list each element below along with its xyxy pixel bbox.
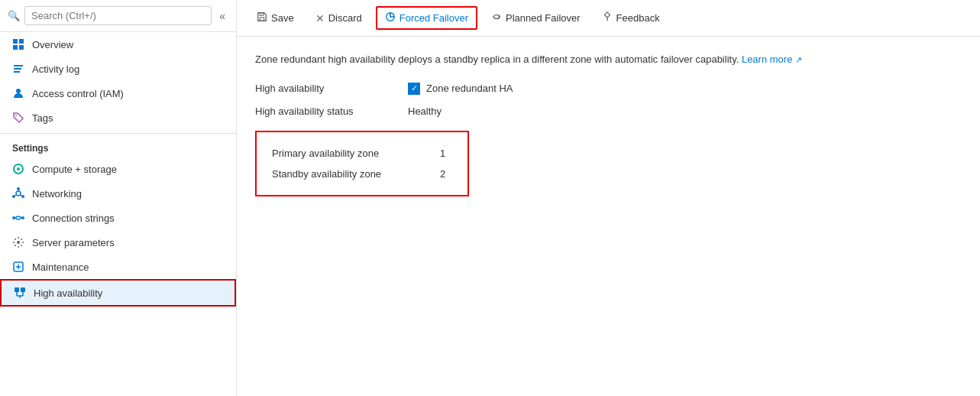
svg-rect-24 — [15, 287, 19, 292]
standby-zone-value: 2 — [440, 168, 445, 180]
planned-failover-icon — [491, 11, 502, 24]
main-content: Save ✕ Discard Forced Failover Planned F… — [237, 0, 980, 396]
sidebar-item-label-iam: Access control (IAM) — [32, 88, 124, 99]
svg-point-8 — [15, 115, 17, 116]
connection-strings-icon — [12, 212, 24, 224]
svg-line-17 — [15, 195, 17, 196]
planned-failover-label: Planned Failover — [506, 12, 581, 24]
compute-storage-icon — [12, 163, 24, 175]
save-icon — [257, 11, 267, 24]
ha-status-value: Healthy — [408, 105, 441, 117]
external-link-icon: ↗ — [795, 55, 802, 64]
sidebar-item-tags[interactable]: Tags — [0, 105, 236, 130]
server-parameters-icon — [12, 236, 24, 248]
svg-rect-4 — [14, 65, 23, 67]
info-text: Zone redundant high availability deploys… — [255, 52, 962, 67]
svg-point-12 — [17, 187, 20, 190]
networking-icon — [12, 187, 24, 200]
sidebar-item-high-availability[interactable]: High availability — [0, 279, 236, 307]
toolbar: Save ✕ Discard Forced Failover Planned F… — [237, 0, 980, 37]
activity-log-icon — [12, 63, 24, 75]
ha-status-label: High availability status — [255, 105, 393, 117]
sidebar-item-label-activity-log: Activity log — [32, 63, 79, 75]
svg-point-11 — [16, 191, 21, 196]
discard-button[interactable]: ✕ Discard — [308, 8, 370, 28]
sidebar-item-label-compute: Compute + storage — [32, 164, 117, 175]
svg-rect-2 — [13, 45, 18, 50]
discard-label: Discard — [328, 12, 362, 24]
svg-line-16 — [21, 195, 22, 196]
sidebar-item-iam[interactable]: Access control (IAM) — [0, 81, 236, 105]
forced-failover-icon — [385, 11, 396, 24]
primary-zone-value: 1 — [440, 148, 445, 159]
sidebar-item-label-maintenance: Maintenance — [32, 261, 89, 273]
standby-zone-label: Standby availability zone — [272, 168, 425, 180]
sidebar-item-connection-strings[interactable]: Connection strings — [0, 206, 236, 230]
learn-more-link[interactable]: Learn more — [742, 54, 792, 65]
overview-icon — [12, 38, 24, 50]
high-availability-row: High availability ✓ Zone redundant HA — [255, 83, 962, 95]
sidebar-item-overview[interactable]: Overview — [0, 32, 236, 57]
sidebar-item-label-overview: Overview — [32, 39, 73, 50]
feedback-button[interactable]: Feedback — [594, 8, 668, 28]
standby-zone-row: Standby availability zone 2 — [272, 164, 452, 184]
forced-failover-button[interactable]: Forced Failover — [376, 6, 477, 30]
high-availability-icon — [14, 287, 26, 299]
sidebar-item-networking[interactable]: Networking — [0, 181, 236, 206]
primary-zone-label: Primary availability zone — [272, 148, 425, 159]
ha-status-row: High availability status Healthy — [255, 105, 962, 117]
sidebar-item-activity-log[interactable]: Activity log — [0, 57, 236, 81]
svg-point-7 — [16, 89, 21, 93]
svg-rect-31 — [260, 13, 263, 16]
discard-icon: ✕ — [315, 12, 325, 24]
search-input[interactable] — [24, 6, 212, 25]
ha-value: ✓ Zone redundant HA — [408, 83, 513, 95]
svg-rect-0 — [13, 39, 18, 44]
maintenance-icon — [12, 261, 24, 273]
sidebar-item-label-ha: High availability — [34, 287, 102, 299]
svg-point-18 — [12, 216, 15, 219]
sidebar-item-label-server: Server parameters — [32, 237, 115, 248]
tags-icon — [12, 112, 24, 124]
search-bar: 🔍 « — [0, 0, 236, 32]
info-text-content: Zone redundant high availability deploys… — [255, 54, 739, 65]
availability-zone-box: Primary availability zone 1 Standby avai… — [255, 131, 469, 196]
sidebar-item-server-parameters[interactable]: Server parameters — [0, 230, 236, 255]
ha-value-text: Zone redundant HA — [426, 83, 513, 94]
svg-point-20 — [17, 241, 20, 244]
sidebar-item-maintenance[interactable]: Maintenance — [0, 255, 236, 279]
feedback-icon — [602, 11, 613, 24]
iam-icon — [12, 87, 24, 99]
primary-zone-row: Primary availability zone 1 — [272, 143, 452, 164]
sidebar: 🔍 « Overview Activity log Access control… — [0, 0, 237, 396]
save-label: Save — [271, 12, 294, 24]
page-body: Zone redundant high availability deploys… — [237, 37, 980, 396]
svg-rect-6 — [14, 71, 20, 73]
collapse-button[interactable]: « — [216, 8, 228, 24]
sidebar-item-compute-storage[interactable]: Compute + storage — [0, 157, 236, 181]
planned-failover-button[interactable]: Planned Failover — [484, 8, 588, 28]
ha-label: High availability — [255, 83, 393, 94]
svg-rect-3 — [19, 45, 24, 50]
sidebar-item-label-connection: Connection strings — [32, 213, 115, 224]
feedback-label: Feedback — [616, 12, 660, 24]
svg-point-10 — [17, 167, 20, 170]
svg-rect-5 — [14, 68, 21, 70]
svg-rect-1 — [19, 39, 24, 44]
svg-rect-25 — [21, 287, 25, 292]
sidebar-item-label-tags: Tags — [32, 112, 53, 124]
save-button[interactable]: Save — [249, 8, 302, 28]
ha-checkbox[interactable]: ✓ — [408, 83, 420, 95]
sidebar-item-label-networking: Networking — [32, 188, 82, 200]
search-icon: 🔍 — [8, 10, 20, 21]
svg-point-19 — [21, 216, 24, 219]
settings-section-label: Settings — [0, 133, 236, 157]
forced-failover-label: Forced Failover — [399, 12, 468, 24]
